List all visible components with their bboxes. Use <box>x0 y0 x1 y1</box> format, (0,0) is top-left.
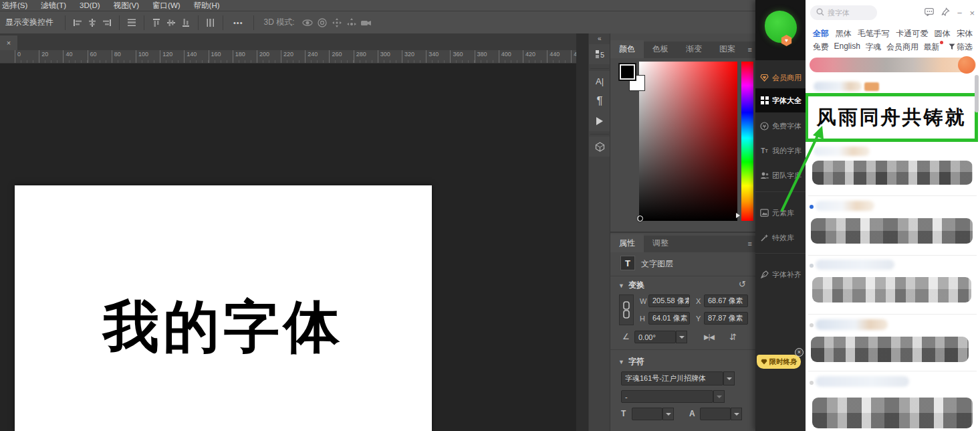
promo-banner[interactable] <box>810 58 976 72</box>
3d-panel-icon[interactable] <box>589 137 610 157</box>
category-tab[interactable]: 黑体 <box>835 28 851 39</box>
menu-item[interactable]: 滤镜(T) <box>41 1 66 11</box>
canvas-area[interactable]: 我的字体 <box>0 64 576 431</box>
align-bottom-icon[interactable] <box>178 16 193 29</box>
font-style-select[interactable]: - <box>621 390 713 403</box>
font-family-chevron[interactable] <box>723 371 735 385</box>
panel-tab[interactable]: 图案 <box>711 40 744 58</box>
font-name-blurred[interactable] <box>816 201 874 211</box>
menu-item[interactable]: 视图(V) <box>114 1 139 11</box>
show-transform-controls-label[interactable]: 显示变换控件 <box>0 17 60 28</box>
saturation-brightness-field[interactable] <box>639 62 737 221</box>
pin-icon[interactable] <box>941 7 950 18</box>
align-center-h-icon[interactable] <box>85 16 100 29</box>
font-preview-blurred[interactable] <box>812 161 973 185</box>
plugin-logo[interactable] <box>765 11 797 43</box>
link-dimensions-icon[interactable] <box>619 294 634 325</box>
font-preview-blurred[interactable] <box>811 218 973 244</box>
distribute-h-icon[interactable] <box>124 16 139 29</box>
3d-roll-icon[interactable] <box>315 16 330 29</box>
collapse-panels-icon[interactable]: « <box>598 35 601 42</box>
category-tab[interactable]: 圆体 <box>935 28 951 39</box>
sidebar-item-free-fonts[interactable]: 免费字体 <box>755 114 806 138</box>
category-tab[interactable]: 毛笔手写 <box>858 28 890 39</box>
category-tab[interactable]: 全部 <box>813 28 829 39</box>
panel-tab[interactable]: 调整 <box>644 234 677 252</box>
font-name-blurred[interactable] <box>814 147 870 156</box>
angle-dropdown-chevron[interactable] <box>676 331 687 343</box>
color-panel-menu-icon[interactable]: ≡ <box>748 46 751 54</box>
height-field[interactable]: 64.01 像素 <box>648 312 690 325</box>
menu-item[interactable]: 窗口(W) <box>152 1 180 11</box>
menu-item[interactable]: 帮助(H) <box>194 1 220 11</box>
flip-vertical-icon[interactable]: ⇵ <box>729 332 736 342</box>
width-field[interactable]: 205.58 像素 <box>648 294 690 307</box>
scrollbar-thumb[interactable] <box>975 75 979 112</box>
filter-tab-member[interactable]: 会员商用 <box>886 41 918 53</box>
font-preview-blurred[interactable] <box>812 277 971 303</box>
align-right-icon[interactable] <box>100 16 114 29</box>
reset-transform-icon[interactable]: ↺ <box>739 279 746 289</box>
leading-chevron[interactable] <box>731 408 742 420</box>
font-size-select[interactable] <box>632 408 662 420</box>
minimize-icon[interactable]: − <box>957 8 963 18</box>
flip-horizontal-icon[interactable]: ▶|◀ <box>704 333 714 341</box>
sidebar-item-member-commercial[interactable]: 会员商用 <box>755 66 806 90</box>
sidebar-item-element-library[interactable]: 元素库 <box>755 201 806 225</box>
menu-item[interactable]: 选择(S) <box>2 1 27 11</box>
font-preview-blurred[interactable] <box>811 337 969 362</box>
sidebar-item-font-completion[interactable]: 字体补齐 <box>755 262 806 286</box>
y-field[interactable]: 87.87 像素 <box>704 312 748 325</box>
font-size-chevron[interactable] <box>662 408 674 420</box>
font-name-blurred[interactable] <box>816 376 909 387</box>
panel-tab[interactable]: 色板 <box>644 40 677 58</box>
category-tab[interactable]: 卡通可爱 <box>896 28 928 39</box>
x-field[interactable]: 68.67 像素 <box>704 294 748 307</box>
more-options-button[interactable]: ••• <box>228 19 249 27</box>
character-section-header[interactable]: ▼字符 <box>618 356 644 367</box>
panel-tab[interactable]: 渐变 <box>677 40 711 58</box>
close-icon[interactable]: × <box>969 8 975 18</box>
align-left-icon[interactable] <box>70 16 85 29</box>
menu-item[interactable]: 3D(D) <box>80 1 100 9</box>
character-panel-icon[interactable]: A| <box>589 71 610 91</box>
3d-slide-icon[interactable] <box>344 16 359 29</box>
rotation-angle-field[interactable]: 0.00° <box>634 331 676 343</box>
search-input[interactable]: 搜字体 <box>810 5 877 20</box>
distribute-v-icon[interactable] <box>203 16 218 29</box>
properties-panel-menu-icon[interactable]: ≡ <box>748 240 751 248</box>
filter-tab-free[interactable]: 免费 <box>813 41 829 53</box>
panel-tab[interactable]: 颜色 <box>610 40 644 58</box>
filter-button[interactable]: 筛选 <box>949 41 973 53</box>
artboard[interactable]: 我的字体 <box>15 185 432 431</box>
font-style-chevron[interactable] <box>713 390 725 403</box>
3d-camera-icon[interactable] <box>359 16 374 29</box>
sidebar-item-effects-library[interactable]: 特效库 <box>755 226 806 250</box>
transform-section-header[interactable]: ▼变换 <box>618 280 644 291</box>
sidebar-item-all-fonts[interactable]: 字体大全 <box>755 88 806 112</box>
paragraph-panel-icon[interactable]: ¶ <box>589 91 610 111</box>
font-preview-blurred[interactable] <box>812 398 973 428</box>
font-name-blurred[interactable] <box>816 260 894 270</box>
sidebar-item-my-fonts[interactable]: TT 我的字库 <box>755 139 806 163</box>
3d-pan-icon[interactable] <box>330 16 344 29</box>
document-tab-close[interactable]: × <box>0 35 17 50</box>
filter-tab-zihun[interactable]: 字魂 <box>865 41 881 53</box>
category-tab[interactable]: 宋体 <box>957 28 973 39</box>
panel-tab[interactable]: 属性 <box>610 234 644 252</box>
hue-slider[interactable] <box>741 62 753 221</box>
highlighted-font-item[interactable]: 风雨同舟共铸就 <box>806 93 978 142</box>
font-name-blurred[interactable] <box>814 82 862 91</box>
color-picker-handle[interactable] <box>637 216 643 222</box>
history-panel-icon[interactable]: 5 <box>589 44 610 64</box>
filter-tab-english[interactable]: English <box>834 41 860 53</box>
foreground-color-swatch[interactable] <box>618 63 636 81</box>
feedback-icon[interactable] <box>925 8 934 18</box>
align-top-icon[interactable] <box>149 16 164 29</box>
limited-lifetime-badge[interactable]: 限时终身 <box>757 355 801 369</box>
filter-tab-latest[interactable]: 最新 <box>923 41 943 53</box>
promo-close-icon[interactable]: × <box>795 348 804 357</box>
promo-banner-icon[interactable] <box>958 56 975 74</box>
font-name-blurred[interactable] <box>816 319 888 330</box>
3d-orbit-icon[interactable] <box>300 16 315 29</box>
